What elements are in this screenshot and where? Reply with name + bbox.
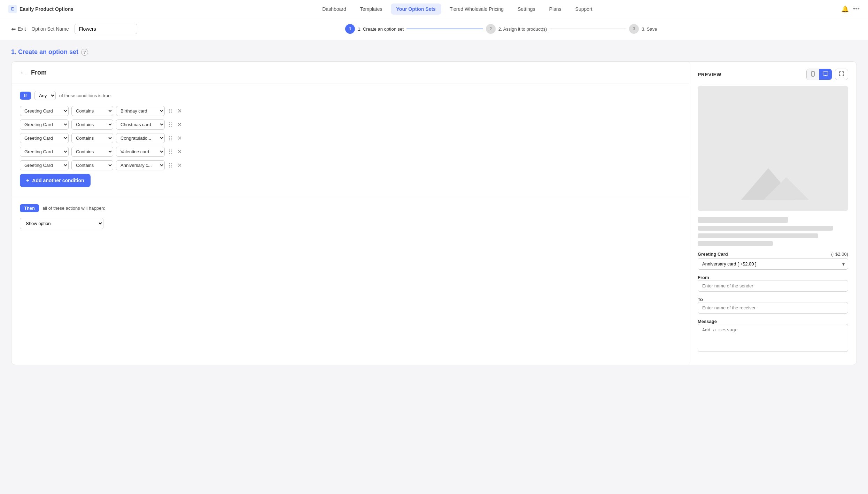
- step-circle-1: 1: [345, 24, 355, 34]
- nav-plans[interactable]: Plans: [544, 3, 567, 15]
- app-icon: E: [8, 5, 17, 13]
- desktop-icon: [823, 71, 828, 77]
- expand-icon: [839, 71, 844, 77]
- greeting-card-select-wrapper: Anniversary card [ +$2.00 ]: [698, 258, 848, 270]
- greeting-card-label: Greeting Card: [698, 252, 728, 257]
- field-select-3[interactable]: Greeting Card: [20, 133, 69, 143]
- value-select-5[interactable]: Anniversary c...: [116, 160, 165, 170]
- from-section: From: [698, 275, 848, 292]
- svg-point-1: [813, 75, 813, 76]
- mobile-icon: [810, 71, 816, 77]
- plus-icon: +: [26, 177, 29, 184]
- remove-condition-3[interactable]: ✕: [176, 134, 183, 142]
- svg-rect-2: [823, 72, 828, 75]
- preview-title: PREVIEW: [698, 72, 721, 77]
- step-line-1: [406, 29, 483, 29]
- section-title: 1. Create an option set ?: [11, 48, 857, 56]
- remove-condition-4[interactable]: ✕: [176, 148, 183, 156]
- operator-select-2[interactable]: Contains: [71, 119, 113, 130]
- wizard-step-3: 3 3. Save: [629, 24, 657, 34]
- from-input[interactable]: [698, 280, 848, 292]
- set-name-input[interactable]: [75, 24, 137, 34]
- field-select-5[interactable]: Greeting Card: [20, 160, 69, 170]
- action-select[interactable]: Show option: [20, 218, 103, 229]
- nav-support[interactable]: Support: [570, 3, 598, 15]
- greeting-card-select[interactable]: Anniversary card [ +$2.00 ]: [698, 258, 848, 270]
- nav-dashboard[interactable]: Dashboard: [317, 3, 352, 15]
- condition-row: Greeting Card Contains Valentine card: [20, 147, 681, 157]
- operator-select-4[interactable]: Contains: [71, 147, 113, 157]
- skeleton-line-1: [698, 226, 833, 231]
- conditions-header: If Any of these conditions is true:: [20, 91, 681, 100]
- nav-actions: 🔔 •••: [841, 5, 860, 13]
- message-section: Message: [698, 318, 848, 353]
- add-condition-label: Add another condition: [32, 178, 84, 183]
- value-select-4[interactable]: Valentine card: [116, 147, 165, 157]
- drag-handle-4[interactable]: [168, 148, 173, 155]
- field-select-4[interactable]: Greeting Card: [20, 147, 69, 157]
- step-circle-2: 2: [486, 24, 496, 34]
- remove-condition-1[interactable]: ✕: [176, 107, 183, 115]
- left-panel: ← From If Any of these conditions is tru…: [11, 62, 689, 365]
- card-layout: ← From If Any of these conditions is tru…: [11, 62, 857, 365]
- operator-select-3[interactable]: Contains: [71, 133, 113, 143]
- panel-title: From: [31, 69, 47, 76]
- greeting-card-section: Greeting Card (+$2.00) Anniversary card …: [698, 252, 848, 270]
- exit-icon: ⬅: [11, 26, 16, 32]
- remove-condition-5[interactable]: ✕: [176, 161, 183, 169]
- skeleton-line-2: [698, 233, 818, 238]
- preview-header: PREVIEW: [698, 69, 848, 80]
- skeleton-line-3: [698, 241, 773, 246]
- mountain-svg: [728, 150, 818, 204]
- nav-settings[interactable]: Settings: [512, 3, 541, 15]
- nav-wholesale[interactable]: Tiered Wholesale Pricing: [444, 3, 509, 15]
- drag-handle-1[interactable]: [168, 107, 173, 115]
- condition-row: Greeting Card Contains Christmas card: [20, 119, 681, 130]
- panel-header: ← From: [11, 62, 689, 84]
- drag-handle-2[interactable]: [168, 121, 173, 128]
- nav-option-sets[interactable]: Your Option Sets: [391, 3, 441, 15]
- greeting-card-label-row: Greeting Card (+$2.00): [698, 252, 848, 257]
- message-textarea[interactable]: [698, 324, 848, 352]
- wizard-left: ⬅ Exit Option Set Name: [11, 24, 137, 34]
- nav-templates[interactable]: Templates: [355, 3, 388, 15]
- any-select[interactable]: Any: [34, 91, 56, 100]
- conditions-area: If Any of these conditions is true: Gree…: [11, 84, 689, 194]
- main-nav: Dashboard Templates Your Option Sets Tie…: [317, 3, 598, 15]
- greeting-card-price: (+$2.00): [831, 252, 848, 257]
- value-select-2[interactable]: Christmas card: [116, 119, 165, 130]
- remove-condition-2[interactable]: ✕: [176, 121, 183, 129]
- mobile-view-button[interactable]: [807, 69, 819, 80]
- wizard-step-2: 2 2. Assign it to product(s): [486, 24, 547, 34]
- add-condition-button[interactable]: + Add another condition: [20, 174, 91, 187]
- value-select-3[interactable]: Congratulatio...: [116, 133, 165, 143]
- then-badge[interactable]: Then: [20, 204, 39, 212]
- exit-button[interactable]: ⬅ Exit: [11, 26, 26, 32]
- drag-handle-3[interactable]: [168, 134, 173, 142]
- app-branding: E Easify Product Options: [8, 5, 73, 13]
- actions-text: all of these actions will happen:: [42, 206, 105, 211]
- if-badge[interactable]: If: [20, 92, 31, 100]
- more-icon[interactable]: •••: [853, 5, 860, 13]
- help-icon[interactable]: ?: [81, 49, 88, 56]
- step-label-1: 1. Create an option set: [358, 26, 404, 32]
- drag-handle-5[interactable]: [168, 162, 173, 169]
- back-arrow-icon[interactable]: ←: [20, 69, 27, 77]
- field-select-2[interactable]: Greeting Card: [20, 119, 69, 130]
- operator-select-1[interactable]: Contains: [71, 106, 113, 116]
- step-circle-3: 3: [629, 24, 639, 34]
- message-label: Message: [698, 319, 717, 324]
- desktop-view-button[interactable]: [819, 69, 832, 80]
- to-label: To: [698, 297, 703, 302]
- exit-label: Exit: [18, 26, 26, 32]
- actions-area: Then all of these actions will happen: S…: [11, 197, 689, 236]
- wizard-bar: ⬅ Exit Option Set Name 1 1. Create an op…: [0, 18, 868, 40]
- to-input[interactable]: [698, 302, 848, 314]
- operator-select-5[interactable]: Contains: [71, 160, 113, 170]
- main-content: 1. Create an option set ? ← From If Any …: [0, 40, 868, 373]
- value-select-1[interactable]: Birthday card: [116, 106, 165, 116]
- right-panel: PREVIEW: [689, 62, 857, 365]
- notification-icon[interactable]: 🔔: [841, 5, 849, 13]
- expand-button[interactable]: [835, 69, 848, 80]
- field-select-1[interactable]: Greeting Card: [20, 106, 69, 116]
